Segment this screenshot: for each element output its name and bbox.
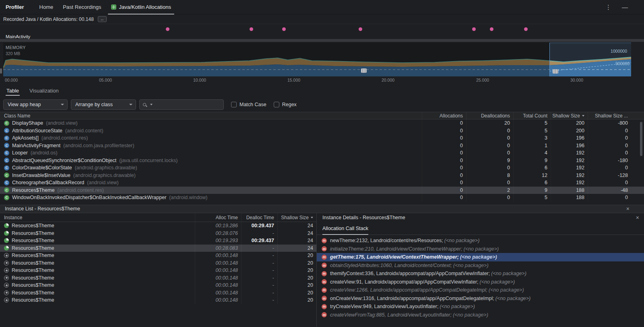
instance-row[interactable]: Resources$Theme 00:00.148 - 20 [0, 259, 316, 267]
instance-list-title-bar: Instance List - Resources$Theme × [0, 205, 644, 214]
class-name: AbstractQueuedSynchronizer$ConditionObje… [12, 158, 116, 163]
call-stack-frame[interactable]: initializeTheme:210, Landroid/view/Conte… [317, 245, 644, 253]
selected-range-overlay[interactable] [549, 43, 631, 76]
tab-allocation-call-stack[interactable]: Allocation Call Stack [322, 222, 368, 235]
call-stack-frame[interactable]: obtainStyledAttributes:1060, Landroid/co… [317, 261, 644, 270]
search-input[interactable] [155, 102, 220, 108]
tab-java-kotlin-allocations[interactable]: Java/Kotlin Allocations [106, 0, 176, 14]
tab-past-recordings[interactable]: Past Recordings [58, 0, 106, 14]
col-deallocations[interactable]: Deallocations [466, 112, 513, 119]
col-instance[interactable]: Instance [0, 215, 195, 220]
search-options-chevron-icon[interactable] [150, 104, 153, 105]
instance-row[interactable]: Resources$Theme 00:19.293 00:29.437 24 [0, 237, 316, 245]
match-case-checkbox[interactable]: Match Case [231, 102, 266, 107]
close-icon[interactable]: × [626, 206, 630, 212]
class-name: Resources$Theme [12, 187, 55, 193]
regex-checkbox[interactable]: Regex [274, 102, 297, 107]
method-icon [322, 271, 327, 276]
cell-dealloc-time: - [241, 252, 277, 259]
heap-dropdown[interactable]: View app heap [3, 99, 68, 110]
arrange-dropdown[interactable]: Arrange by class [71, 99, 136, 110]
cell-shallow-size-change: 0 [588, 142, 631, 150]
call-stack-frame[interactable]: createView:91, Landroidx/appcompat/app/A… [317, 278, 644, 286]
search-box[interactable] [139, 99, 224, 110]
class-table-row[interactable]: WindowOnBackInvokedDispatcher$OnBackInvo… [0, 194, 644, 202]
frame-package: (<no package>) [453, 312, 488, 318]
cell-allocations: 0 [422, 164, 466, 172]
class-icon [4, 165, 9, 171]
class-table-row[interactable]: Choreographer$CallbackRecord (android.vi… [0, 179, 644, 187]
memory-timeline[interactable]: MEMORY 320 MB 1000000900000 [0, 43, 644, 76]
class-table-row[interactable]: MainActivityFragment (android.com.java.p… [0, 142, 644, 150]
tab-table[interactable]: Table [6, 84, 19, 97]
cell-allocations: 0 [422, 134, 466, 142]
class-table-row[interactable]: Resources$Theme (android.content.res) 0 … [0, 187, 644, 194]
instance-row[interactable]: Resources$Theme 00:19.286 00:29.437 24 [0, 222, 316, 230]
class-package: (android.view) [46, 120, 78, 126]
col-total-count[interactable]: Total Count [513, 112, 551, 119]
touch-event-dot [472, 27, 476, 31]
activity-lifecycle-bar [0, 39, 644, 42]
col-shallow-size-change[interactable]: Shallow Size ... [588, 112, 631, 119]
col-shallow-size[interactable]: Shallow Size [277, 213, 316, 222]
minimize-icon[interactable]: — [622, 4, 628, 10]
view-tabs: Table Visualization [0, 84, 644, 97]
close-icon[interactable]: × [636, 215, 639, 220]
tab-visualization[interactable]: Visualization [29, 84, 59, 97]
call-stack-frame[interactable]: themifyContext:336, Landroidx/appcompat/… [317, 269, 644, 278]
cell-shallow-size: 24 [277, 237, 316, 245]
vertical-scrollbar[interactable] [640, 122, 642, 156]
class-icon [4, 121, 9, 126]
call-stack-frame[interactable]: onCreateView:1316, Landroidx/appcompat/a… [317, 294, 644, 303]
class-table-body: DisplayShape (android.view) 0 20 5 200 -… [0, 119, 644, 202]
call-stack-frame[interactable]: getTheme:175, Landroid/view/ContextTheme… [317, 253, 644, 261]
class-table-row[interactable]: ColorDrawable$ColorState (android.graphi… [0, 164, 644, 172]
col-alloc-time[interactable]: Alloc Time [195, 213, 241, 222]
class-name: AttributionSourceState [12, 128, 62, 134]
cell-total-count: 6 [513, 164, 551, 172]
instance-row[interactable]: Resources$Theme 00:00.148 - 20 [0, 296, 316, 304]
class-table-row[interactable]: Looper (android.os) 0 0 4 192 0 [0, 149, 644, 157]
cell-shallow-size-change: 0 [588, 149, 631, 157]
cell-alloc-time: 00:00.148 [195, 282, 241, 289]
class-table-row[interactable]: AttributionSourceState (android.content)… [0, 127, 644, 135]
instance-name: Resources$Theme [12, 282, 54, 288]
touch-event-dot [282, 27, 286, 31]
window-controls: ⋮ — [605, 4, 644, 11]
instance-row[interactable]: Resources$Theme 00:00.148 - 20 [0, 274, 316, 282]
gc-event-icon[interactable] [553, 69, 558, 74]
instance-row[interactable]: Resources$Theme 00:00.148 - 20 [0, 252, 316, 259]
class-table-row[interactable]: DisplayShape (android.view) 0 20 5 200 -… [0, 119, 644, 127]
cell-total-count: 4 [513, 149, 551, 157]
tab-home[interactable]: Home [35, 0, 58, 14]
gc-event-icon[interactable] [361, 68, 367, 73]
cell-shallow-size: 188 [551, 187, 588, 194]
instance-row[interactable]: Resources$Theme 00:28.076 - 24 [0, 230, 316, 237]
frame-text: getTheme:175, Landroid/view/ContextTheme… [330, 254, 459, 260]
instance-row[interactable]: Resources$Theme 00:00.148 - 20 [0, 282, 316, 289]
more-options-icon[interactable]: ⋮ [605, 4, 611, 11]
checkbox-icon [274, 102, 279, 107]
cell-deallocations: 0 [466, 134, 513, 142]
call-stack-frame[interactable]: tryCreateView:949, Landroid/view/LayoutI… [317, 302, 644, 311]
cell-shallow-size-change: 0 [588, 134, 631, 142]
recording-label: Recorded Java / Kotlin Allocations: 00.1… [3, 16, 94, 22]
instance-row[interactable]: Resources$Theme 00:28.083 - 24 [0, 245, 316, 252]
call-stack-frame[interactable]: createView:1266, Landroidx/appcompat/app… [317, 286, 644, 294]
select-range-icon[interactable]: ↔ [98, 16, 107, 22]
call-stack-frame[interactable]: newTheme:2132, Landroid/content/res/Reso… [317, 237, 644, 245]
class-table-row[interactable]: ApkAssets[] (android.content.res) 0 0 3 … [0, 134, 644, 142]
memory-chart[interactable] [3, 43, 631, 76]
call-stack-frame[interactable]: createViewFromTag:885, Landroid/view/Lay… [317, 311, 644, 319]
col-dealloc-time[interactable]: Dealloc Time [241, 213, 277, 222]
class-table-row[interactable]: InsetDrawable$InsetValue (android.graphi… [0, 172, 644, 179]
timeline-left-handle[interactable] [0, 68, 2, 74]
cell-alloc-time: 00:00.148 [195, 296, 241, 304]
col-allocations[interactable]: Allocations [422, 112, 466, 119]
instance-row[interactable]: Resources$Theme 00:00.148 - 20 [0, 267, 316, 274]
instance-row[interactable]: Resources$Theme 00:00.148 - 20 [0, 289, 316, 297]
class-table-row[interactable]: AbstractQueuedSynchronizer$ConditionObje… [0, 157, 644, 165]
cell-allocations: 0 [422, 119, 466, 127]
col-class-name[interactable]: Class Name [0, 113, 422, 119]
col-shallow-size[interactable]: Shallow Size [551, 112, 588, 119]
